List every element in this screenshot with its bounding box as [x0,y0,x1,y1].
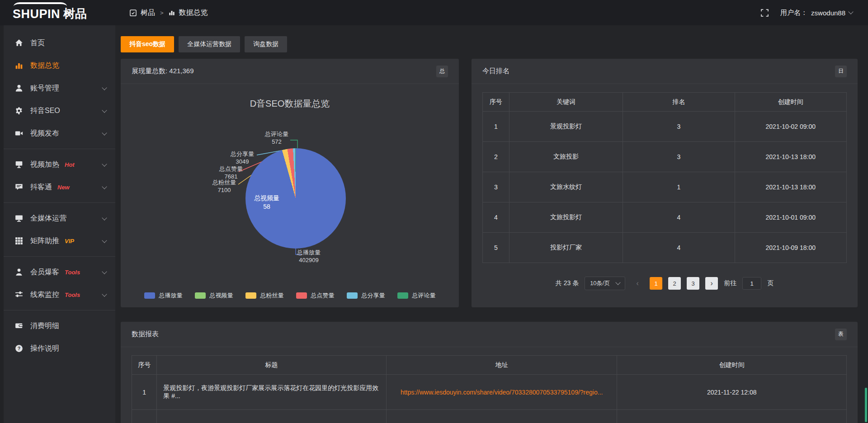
page-size-value: 10条/页 [590,279,610,287]
day-badge-button[interactable]: 日 [835,66,847,77]
page-button-3[interactable]: 3 [687,277,699,290]
legend-swatch [144,292,155,299]
gear-icon [14,106,24,115]
page-button-2[interactable]: 2 [668,277,681,290]
breadcrumb-current-icon [169,9,175,16]
sidebar-item-account-manage[interactable]: 账号管理 [0,77,115,99]
pie-label-总播放量: 总播放量402909 [297,249,321,264]
sidebar-item-video-publish[interactable]: 视频发布 [0,122,115,145]
table-cell: 4 [483,202,509,233]
table-cell: 1 [623,172,735,202]
next-page-button[interactable]: › [705,277,718,290]
table-cell: 5 [483,233,509,263]
tab-douyin-seo-data[interactable]: 抖音seo数据 [121,36,174,52]
table-badge-button[interactable]: 表 [835,329,847,340]
legend-label: 总分享量 [362,291,385,300]
legend-swatch [347,292,358,299]
user-menu[interactable]: 用户名：zswodun88 [780,9,853,17]
column-header: 排名 [623,93,735,112]
table-cell: 文旅水纹灯 [509,172,623,202]
chevron-down-icon [102,108,107,113]
column-header: 序号 [132,356,157,375]
column-header: 序号 [483,93,509,112]
table-row: 2文旅投影32021-10-13 18:00 [483,142,847,172]
total-badge-button[interactable]: 总 [436,66,448,77]
table-row: 5投影灯厂家42021-10-09 18:00 [483,233,847,263]
sidebar-item-badge: Tools [65,291,80,298]
tab-media-operation-data[interactable]: 全媒体运营数据 [179,36,240,52]
chevron-down-icon [102,291,107,296]
breadcrumb-separator: > [160,9,164,16]
legend-swatch [296,292,307,299]
video-title-cell [157,410,387,423]
report-panel-title: 数据报表 [132,330,159,338]
goto-page-input[interactable] [742,277,761,290]
monitor-icon [14,214,24,223]
logo-arc [14,2,67,10]
sidebar-item-consume-detail[interactable]: 消费明细 [0,315,115,337]
legend-swatch [245,292,256,299]
table-cell: 3 [483,172,509,202]
chart-panel-title: 展现量总数: 421,369 [132,67,194,75]
sidebar-item-clue-monitor[interactable]: 线索监控Tools [0,283,115,306]
table-cell: 2021-10-09 18:00 [735,233,846,263]
goto-suffix: 页 [767,279,774,287]
chevron-down-icon [102,161,107,166]
sidebar-item-member-baoke[interactable]: 会员爆客Tools [0,261,115,283]
legend-item-总粉丝量[interactable]: 总粉丝量 [245,291,284,300]
chevron-down-icon [102,85,107,90]
chevron-down-icon [102,130,107,135]
legend-label: 总点赞量 [311,291,335,300]
tab-inquiry-data[interactable]: 询盘数据 [245,36,287,52]
chevron-down-icon [616,280,621,285]
sidebar-item-media-operation[interactable]: 全媒体运营 [0,207,115,230]
legend-label: 总粉丝量 [260,291,284,300]
sidebar-item-badge: Tools [65,269,80,276]
legend-item-总视频量[interactable]: 总视频量 [195,291,233,300]
pie-label-总粉丝量: 总粉丝量7100 [212,179,236,194]
table-row: 4文旅投影灯42021-10-01 09:00 [483,202,847,233]
sidebar-item-doukertong[interactable]: 抖客通New [0,176,115,198]
table-cell: 2021-10-01 09:00 [735,202,846,233]
legend-label: 总视频量 [210,291,233,300]
sidebar-item-home[interactable]: 首页 [0,32,115,54]
ranking-panel: 今日排名 日 序号关键词排名创建时间1景观投影灯32021-10-02 09:0… [472,59,858,307]
svg-text:?: ? [18,346,21,351]
sidebar-item-label: 视频加热 [30,160,59,169]
legend-item-总分享量[interactable]: 总分享量 [347,291,385,300]
legend-item-总评论量[interactable]: 总评论量 [397,291,436,300]
ranking-panel-title: 今日排名 [482,67,509,75]
sidebar-item-data-overview[interactable]: 数据总览 [0,54,115,77]
sidebar-divider [0,256,115,257]
sidebar-item-video-heat[interactable]: 视频加热Hot [0,153,115,176]
table-cell: 4 [623,233,735,263]
page-button-1[interactable]: 1 [650,277,662,290]
table-header-row: 序号关键词排名创建时间 [483,93,847,112]
sidebar-item-douyin-seo[interactable]: 抖音SEO [0,99,115,122]
breadcrumb-root-icon [130,9,137,16]
pie-label-总视频量: 总视频量58 [254,194,279,211]
question-icon: ? [14,344,24,353]
breadcrumb-root[interactable]: 树品 [141,8,155,18]
page-size-select[interactable]: 10条/页 [585,277,625,290]
prev-page-button[interactable]: ‹ [631,277,644,290]
column-header: 关键词 [509,93,623,112]
sidebar-divider [0,202,115,203]
sidebar-item-label: 操作说明 [30,344,59,353]
username: zswodun88 [811,9,845,17]
sliders-icon [14,290,24,299]
sidebar-item-matrix-boost[interactable]: 矩阵助推VIP [0,230,115,252]
legend-item-总点赞量[interactable]: 总点赞量 [296,291,335,300]
fullscreen-icon[interactable] [761,9,769,17]
sidebar-item-operation-guide[interactable]: ?操作说明 [0,337,115,360]
app-logo: SHUPIN 树品 [0,0,115,25]
sidebar-divider [0,149,115,149]
bar-chart-icon [14,61,24,70]
chevron-down-icon [102,238,107,243]
chevron-down-icon [102,269,107,274]
legend-item-总播放量[interactable]: 总播放量 [144,291,183,300]
video-url-link[interactable]: https://www.iesdouyin.com/share/video/70… [401,389,603,396]
chat-icon [14,183,24,192]
sidebar-item-label: 矩阵助推 [30,236,59,246]
scrollbar-thumb[interactable] [865,388,867,422]
